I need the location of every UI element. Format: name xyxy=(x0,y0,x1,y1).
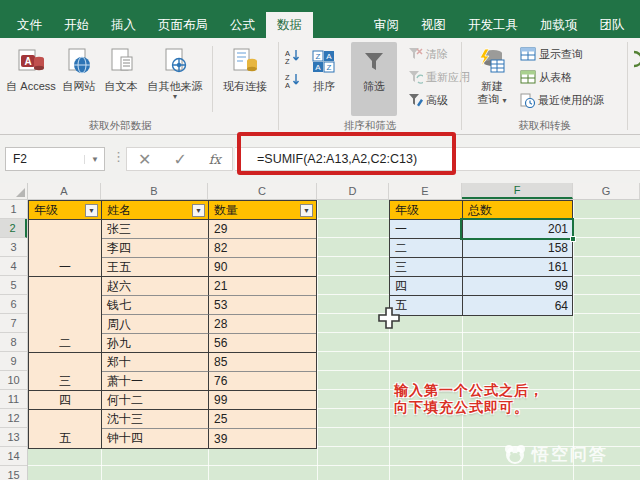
cell-name[interactable]: 孙九 xyxy=(102,334,209,353)
row-header-2[interactable]: 2 xyxy=(0,219,27,238)
tab-page-layout[interactable]: 页面布局 xyxy=(147,12,219,38)
row-header-14[interactable]: 14 xyxy=(0,447,27,466)
row-header-12[interactable]: 12 xyxy=(0,409,27,428)
cell-name[interactable]: 钟十四 xyxy=(102,429,209,448)
row-header-9[interactable]: 9 xyxy=(0,352,27,371)
cell-grade[interactable] xyxy=(29,277,102,296)
show-queries-button[interactable]: 显示查询 xyxy=(520,44,583,64)
tab-file[interactable]: 文件 xyxy=(6,12,53,38)
cell-name[interactable]: 李四 xyxy=(102,239,209,258)
cell-total[interactable]: 99 xyxy=(463,277,572,295)
filter-dropdown-icon[interactable]: ▼ xyxy=(85,204,98,217)
cell-grade[interactable] xyxy=(29,296,102,315)
sort-za-button[interactable]: Z A xyxy=(284,70,301,90)
cell-name[interactable]: 郑十 xyxy=(102,353,209,372)
cell-grade[interactable]: 四 xyxy=(29,391,102,410)
cell-qty[interactable]: 53 xyxy=(209,296,316,315)
advanced-filter-button[interactable]: 高级 xyxy=(408,90,448,110)
tab-developer[interactable]: 开发工具 xyxy=(457,12,529,38)
row-header-13[interactable]: 13 xyxy=(0,428,27,447)
from-text-button[interactable]: 自文本 xyxy=(100,42,142,116)
column-header-A[interactable]: A xyxy=(28,183,101,199)
source-table[interactable]: 年级 ▼ 姓名 ▼ 数量 ▼ 张三29李四82一王五90赵六21钱七53周八28… xyxy=(28,200,317,449)
new-query-button[interactable]: 新建 查询 ▾ xyxy=(470,42,514,116)
cell-qty[interactable]: 39 xyxy=(209,429,316,448)
column-header-C[interactable]: C xyxy=(208,183,317,199)
cell-grade[interactable]: 三 xyxy=(390,258,463,276)
tab-home[interactable]: 开始 xyxy=(53,12,100,38)
row-header-8[interactable]: 8 xyxy=(0,333,27,352)
cell-total[interactable]: 64 xyxy=(463,296,572,315)
cell-grade[interactable]: 三 xyxy=(29,372,102,391)
formula-input[interactable]: =SUMIF(A2:A13,A2,C2:C13) xyxy=(235,147,640,171)
row-header-11[interactable]: 11 xyxy=(0,390,27,409)
cell-name[interactable]: 萧十一 xyxy=(102,372,209,391)
row-headers[interactable]: 123456789101112131415 xyxy=(0,200,28,480)
cell-grade[interactable]: 五 xyxy=(29,429,102,448)
filter-dropdown-icon[interactable]: ▼ xyxy=(192,204,205,217)
cell-grade[interactable] xyxy=(29,315,102,334)
recent-sources-button[interactable]: 最近使用的源 xyxy=(520,90,604,110)
column-header-G[interactable]: G xyxy=(573,183,640,199)
row-header-1[interactable]: 1 xyxy=(0,200,27,219)
cell-grade[interactable]: 一 xyxy=(390,220,463,238)
tab-formulas[interactable]: 公式 xyxy=(219,12,266,38)
cell-qty[interactable]: 21 xyxy=(209,277,316,296)
cell-name[interactable]: 赵六 xyxy=(102,277,209,296)
cell-total[interactable]: 201 xyxy=(463,220,572,238)
cell-grade[interactable]: 二 xyxy=(390,239,463,257)
filter-button[interactable]: 筛选 xyxy=(351,42,397,116)
column-header-D[interactable]: D xyxy=(317,183,389,199)
cell-grade[interactable] xyxy=(29,239,102,258)
cell-qty[interactable]: 99 xyxy=(209,391,316,410)
summary-table[interactable]: 年级 总数 一201二158三161四99五64 xyxy=(389,200,573,316)
name-box[interactable]: F2 ▼ xyxy=(5,147,105,171)
row-header-4[interactable]: 4 xyxy=(0,257,27,276)
tab-addins[interactable]: 加载项 xyxy=(529,12,589,38)
from-table-button[interactable]: 从表格 xyxy=(520,67,572,87)
filter-dropdown-icon[interactable]: ▼ xyxy=(300,204,313,217)
existing-connections-button[interactable]: 现有连接 xyxy=(216,42,274,116)
row-header-7[interactable]: 7 xyxy=(0,314,27,333)
from-access-button[interactable]: A 自 Access xyxy=(6,42,56,116)
cell-total[interactable]: 158 xyxy=(463,239,572,257)
cell-qty[interactable]: 76 xyxy=(209,372,316,391)
row-header-3[interactable]: 3 xyxy=(0,238,27,257)
cell-grade[interactable] xyxy=(29,220,102,239)
cell-qty[interactable]: 29 xyxy=(209,220,316,239)
cell-name[interactable]: 钱七 xyxy=(102,296,209,315)
row-header-10[interactable]: 10 xyxy=(0,371,27,390)
cell-grade[interactable] xyxy=(29,410,102,429)
column-header-E[interactable]: E xyxy=(389,183,462,199)
column-header-B[interactable]: B xyxy=(101,183,208,199)
cell-grade[interactable]: 五 xyxy=(390,296,463,315)
name-box-dropdown-icon[interactable]: ▼ xyxy=(84,155,99,164)
cell-qty[interactable]: 85 xyxy=(209,353,316,372)
column-headers[interactable]: ABCDEFG xyxy=(28,183,640,200)
cancel-icon[interactable]: ✕ xyxy=(138,150,151,169)
cell-grade[interactable]: 二 xyxy=(29,334,102,353)
column-header-F[interactable]: F xyxy=(462,183,573,199)
row-header-15[interactable]: 15 xyxy=(0,466,27,480)
cell-grade[interactable]: 四 xyxy=(390,277,463,295)
tab-data[interactable]: 数据 xyxy=(266,12,313,38)
cell-qty[interactable]: 25 xyxy=(209,410,316,429)
sort-az-button[interactable]: A Z xyxy=(284,46,301,66)
insert-function-icon[interactable]: fx xyxy=(209,152,221,167)
enter-icon[interactable]: ✓ xyxy=(173,150,186,169)
cell-name[interactable]: 张三 xyxy=(102,220,209,239)
cell-qty[interactable]: 90 xyxy=(209,258,316,277)
cell-qty[interactable]: 82 xyxy=(209,239,316,258)
row-header-5[interactable]: 5 xyxy=(0,276,27,295)
cell-total[interactable]: 161 xyxy=(463,258,572,276)
tab-review[interactable]: 审阅 xyxy=(363,12,410,38)
row-header-6[interactable]: 6 xyxy=(0,295,27,314)
from-other-sources-button[interactable]: 自其他来源 ▾ xyxy=(142,42,208,116)
tab-view[interactable]: 视图 xyxy=(410,12,457,38)
sort-button[interactable]: Z A A Z 排序 xyxy=(303,42,345,116)
cell-name[interactable]: 沈十三 xyxy=(102,410,209,429)
cell-name[interactable]: 何十二 xyxy=(102,391,209,410)
tab-team[interactable]: 团队 xyxy=(589,12,636,38)
cell-qty[interactable]: 56 xyxy=(209,334,316,353)
cell-name[interactable]: 周八 xyxy=(102,315,209,334)
